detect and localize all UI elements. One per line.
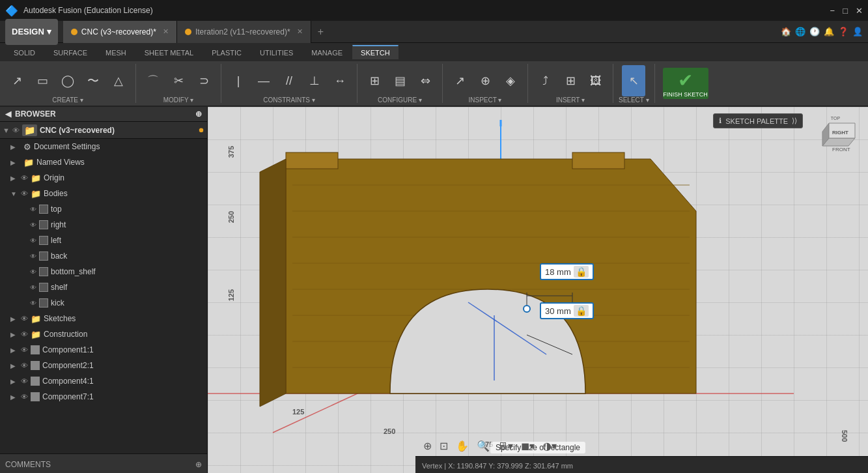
tab-cnc-dot (71, 29, 77, 35)
browser-item-shelf[interactable]: 👁 shelf (0, 280, 207, 295)
browser-item-origin[interactable]: ▶ 👁 📁 Origin (0, 170, 207, 186)
browser-item-top[interactable]: 👁 top (0, 201, 207, 217)
dim-input-30mm[interactable]: 30 mm 🔒 (540, 302, 594, 319)
insert-tool3[interactable]: 🖼 (584, 65, 608, 96)
design-mode-button[interactable]: DESIGN ▾ (5, 19, 58, 45)
tab-cnc-label: CNC (v3~recovered)* (81, 27, 156, 36)
browser-item-comp4[interactable]: ▶ 👁 Component4:1 (0, 373, 207, 389)
sketch-palette-expand-icon[interactable]: ⟩⟩ (792, 117, 797, 125)
polygon-tool[interactable]: △ (107, 65, 130, 96)
look-at-button[interactable]: ⊡ (437, 438, 451, 453)
trim-tool[interactable]: ✂ (167, 65, 190, 96)
tab-iter-label: Iteration2 (v11~recovered)* (195, 27, 290, 36)
circle-tool[interactable]: ◯ (56, 65, 79, 96)
zoom-button[interactable]: 🔍 (474, 438, 492, 453)
ribbon-tab-plastic[interactable]: PLASTIC (203, 46, 250, 59)
browser-item-back[interactable]: 👁 back (0, 248, 207, 264)
pan-button[interactable]: ✋ (453, 438, 471, 453)
browser-item-comp7[interactable]: ▶ 👁 Component7:1 (0, 389, 207, 405)
browser-options-icon[interactable]: ⊕ (195, 109, 202, 119)
browser-item-left[interactable]: 👁 left (0, 233, 207, 248)
tab-cnc-close[interactable]: ✕ (163, 27, 169, 36)
ribbon-tab-manage[interactable]: MANAGE (303, 46, 351, 59)
constraint-perp[interactable]: ⊥ (303, 65, 326, 96)
constraint-vertical[interactable]: | (227, 65, 250, 96)
insert-tool1[interactable]: ⤴ (533, 65, 557, 96)
ribbon-tab-utilities[interactable]: UTILITIES (251, 46, 301, 59)
insert-tool2[interactable]: ⊞ (559, 65, 582, 96)
maximize-button[interactable]: □ (843, 6, 848, 16)
configure-measure[interactable]: ⇔ (413, 65, 437, 96)
finish-sketch-label: FINISH SKETCH (663, 91, 708, 98)
ribbon-tab-sheet-metal[interactable]: SHEET METAL (136, 46, 202, 59)
root-eye-icon[interactable]: 👁 (12, 126, 20, 134)
root-collapse-arrow[interactable]: ▼ (3, 126, 10, 134)
view-options-button[interactable]: 🖥▾ (495, 438, 516, 453)
rect-tool[interactable]: ▭ (31, 65, 54, 96)
browser-item-named-views[interactable]: ▶ 📁 Named Views (0, 154, 207, 170)
line-tool[interactable]: ↗ (5, 65, 29, 96)
browser-item-bodies[interactable]: ▼ 👁 📁 Bodies (0, 186, 207, 201)
browser-root[interactable]: ▼ 👁 📁 CNC (v3~recovered) ⏺ (0, 122, 207, 139)
offset-tool[interactable]: ⊃ (192, 65, 216, 96)
svg-text:FRONT: FRONT (832, 147, 850, 152)
dimension-icon: ↔ (334, 75, 346, 87)
ribbon-tab-surface[interactable]: SURFACE (45, 46, 96, 59)
ribbon-tab-mesh[interactable]: MESH (97, 46, 135, 59)
new-tab-button[interactable]: + (311, 26, 330, 38)
inspect-arrow[interactable]: ↗ (448, 65, 471, 96)
bell-icon[interactable]: 🔔 (824, 27, 834, 36)
constraint-horizontal[interactable]: — (252, 65, 275, 96)
ribbon-content: ↗ ▭ ◯ 〜 △ CREATE ▾ (0, 61, 868, 106)
ribbon-tab-sketch[interactable]: SKETCH (352, 45, 399, 59)
effects-options-button[interactable]: ◑▾ (540, 438, 559, 453)
design-dropdown-icon[interactable]: ▾ (47, 27, 51, 36)
fillet-tool[interactable]: ⌒ (141, 65, 165, 96)
browser-header-left: ◀ BROWSER (5, 109, 56, 119)
dim-lock-30mm-icon[interactable]: 🔒 (574, 305, 589, 317)
close-button[interactable]: ✕ (856, 6, 863, 16)
browser-item-comp1[interactable]: ▶ 👁 Component1:1 (0, 342, 207, 358)
configure-grid[interactable]: ⊞ (363, 65, 386, 96)
ribbon-group-create: ↗ ▭ ◯ 〜 △ CREATE ▾ (0, 64, 136, 103)
inspect-add[interactable]: ⊕ (473, 65, 497, 96)
top-label: top (51, 205, 62, 214)
tab-iter[interactable]: Iteration2 (v11~recovered)* ✕ (177, 21, 311, 43)
finish-sketch-button[interactable]: ✔ FINISH SKETCH (663, 68, 708, 99)
browser-collapse-icon[interactable]: ◀ (5, 109, 11, 119)
help-icon[interactable]: ❓ (838, 27, 848, 36)
comments-bar[interactable]: COMMENTS ⊕ (0, 453, 207, 473)
dim-input-18mm[interactable]: 18 mm 🔒 (540, 263, 594, 280)
browser-item-doc-settings[interactable]: ▶ ⚙ Document Settings (0, 139, 207, 154)
globe-icon[interactable]: 🌐 (795, 27, 805, 36)
tab-iter-close[interactable]: ✕ (297, 27, 303, 36)
clock-icon[interactable]: 🕐 (809, 27, 820, 36)
back-body-icon (39, 251, 48, 261)
ribbon-tab-solid[interactable]: SOLID (5, 46, 44, 59)
constraint-parallel[interactable]: // (277, 65, 301, 96)
home-icon[interactable]: 🏠 (781, 27, 791, 36)
select-cursor-tool[interactable]: ↖ (622, 65, 645, 96)
line-icon: ↗ (12, 75, 22, 87)
browser-item-construction[interactable]: ▶ 👁 📁 Construction (0, 326, 207, 342)
browser-item-sketches[interactable]: ▶ 👁 📁 Sketches (0, 311, 207, 326)
inspect-3d[interactable]: ◈ (499, 65, 522, 96)
view-cube[interactable]: RIGHT TOP FRONT (809, 113, 861, 165)
move-tool-button[interactable]: ⊕ (421, 438, 434, 453)
minimize-button[interactable]: − (830, 6, 835, 16)
browser-item-kick[interactable]: 👁 kick (0, 295, 207, 311)
right-body-icon (39, 220, 48, 229)
svg-text:RIGHT: RIGHT (832, 130, 848, 136)
browser-item-comp2[interactable]: ▶ 👁 Component2:1 (0, 358, 207, 373)
user-icon[interactable]: 👤 (852, 27, 863, 36)
comments-add-icon[interactable]: ⊕ (195, 460, 202, 469)
browser-item-bottom-shelf[interactable]: 👁 bottom_shelf (0, 264, 207, 280)
dim-lock-18mm-icon[interactable]: 🔒 (574, 266, 589, 278)
spline-tool[interactable]: 〜 (81, 65, 105, 96)
configure-table[interactable]: ▤ (388, 65, 412, 96)
dimension-tool[interactable]: ↔ (328, 65, 352, 96)
display-options-button[interactable]: ◼▾ (518, 438, 537, 453)
viewport[interactable]: 375 250 125 125 250 375 500 (208, 107, 868, 473)
browser-item-right[interactable]: 👁 right (0, 217, 207, 233)
tab-cnc[interactable]: CNC (v3~recovered)* ✕ (63, 21, 177, 43)
